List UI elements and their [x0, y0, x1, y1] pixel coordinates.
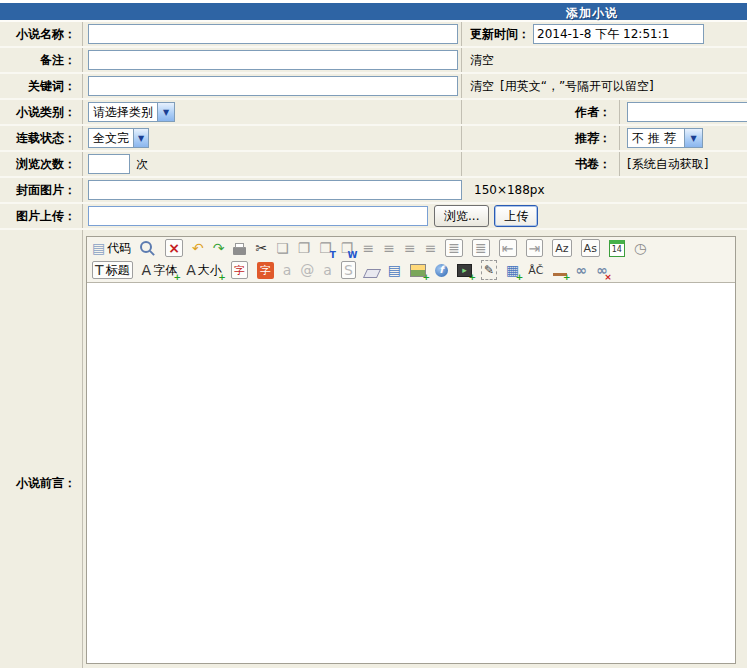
sort-az-icon[interactable]: Az: [552, 239, 571, 257]
overlay-glyph: +: [422, 273, 430, 282]
unlink-icon[interactable]: ∞×: [596, 261, 608, 279]
undo-icon[interactable]: ↶: [192, 239, 204, 257]
serial-status-select[interactable]: 全文完 ▼: [88, 128, 149, 148]
remark-clear-link[interactable]: 清空: [470, 52, 494, 69]
fullscreen-icon[interactable]: ×: [165, 239, 183, 257]
source-code-icon[interactable]: ▤代码: [92, 239, 131, 257]
remark-input[interactable]: [88, 50, 458, 70]
views-suffix: 次: [136, 156, 148, 173]
overlay-glyph: +: [563, 273, 571, 282]
category-cell: 请选择类别 ▼: [83, 100, 461, 124]
author-label: 作者：: [575, 104, 611, 121]
icon-glyph: ⇥: [529, 241, 541, 255]
strikethrough-icon[interactable]: S: [341, 261, 356, 279]
preface-label: 小说前言：: [16, 475, 76, 492]
row-novel-name: 小说名称： 更新时间：: [0, 22, 747, 48]
paste-icon[interactable]: ❐: [298, 239, 311, 257]
update-time-input[interactable]: [533, 24, 704, 44]
novel-name-label-cell: 小说名称：: [0, 22, 83, 46]
icon-glyph: ×: [168, 241, 180, 255]
redo-icon[interactable]: ↷: [213, 239, 225, 257]
author-cell: [619, 100, 747, 124]
edit-area-icon[interactable]: ✎: [481, 260, 497, 280]
icon-glyph: A: [142, 263, 152, 277]
upload-button[interactable]: 上传: [494, 205, 538, 227]
cut-icon[interactable]: ✂: [255, 239, 267, 257]
overlay-glyph: T: [330, 251, 336, 260]
copy-icon[interactable]: ❏: [276, 239, 289, 257]
upload-file-input[interactable]: [88, 206, 428, 226]
icon-glyph: Az: [555, 243, 568, 254]
insert-flash-icon[interactable]: f: [435, 261, 448, 279]
editor-content[interactable]: [87, 282, 735, 663]
icon-glyph: 字: [234, 265, 245, 276]
paste-text-icon[interactable]: ❐T: [319, 239, 332, 257]
upload-label: 图片上传：: [16, 208, 76, 225]
font-family-icon[interactable]: A+字体: [142, 261, 178, 279]
icon-glyph: ❏: [276, 241, 289, 255]
icon-glyph: ≡: [404, 241, 416, 255]
toolbar-item-label: 标题: [106, 262, 130, 279]
cover-label-cell: 封面图片：: [0, 178, 83, 202]
cover-input[interactable]: [88, 180, 462, 200]
preview-icon[interactable]: [140, 239, 156, 257]
align-center-icon[interactable]: ≡: [383, 239, 395, 257]
align-right-icon[interactable]: ≡: [404, 239, 416, 257]
paste-word-icon[interactable]: ❐W: [341, 239, 354, 257]
icon-glyph: 字: [260, 265, 271, 276]
ordered-list-icon[interactable]: ≣: [445, 239, 463, 257]
dropdown-arrow-icon[interactable]: ▼: [684, 129, 702, 147]
novel-name-cell: [83, 22, 461, 46]
unordered-list-icon[interactable]: ≣: [472, 239, 490, 257]
font-size-icon[interactable]: A+大小: [186, 261, 222, 279]
dropdown-arrow-icon[interactable]: ▼: [157, 103, 174, 121]
background-color-icon[interactable]: 字: [257, 262, 274, 279]
keywords-input[interactable]: [88, 76, 458, 96]
browse-button[interactable]: 浏览...: [434, 205, 489, 227]
indent-icon[interactable]: ⇥: [526, 239, 544, 257]
clock-icon[interactable]: ◷: [634, 239, 646, 257]
align-left-icon[interactable]: ≡: [362, 239, 374, 257]
horizontal-rule-icon[interactable]: +: [553, 261, 567, 279]
remark-label: 备注：: [40, 52, 76, 69]
cover-size-hint: 150×188px: [474, 183, 545, 197]
keywords-clear-link[interactable]: 清空: [470, 78, 494, 95]
insert-table-icon[interactable]: ▦+: [506, 261, 519, 279]
page-title: 添加小说: [566, 5, 618, 22]
preface-label-cell: 小说前言：: [0, 230, 83, 668]
email-link-icon[interactable]: @: [300, 261, 314, 279]
anchor-icon[interactable]: a: [283, 261, 292, 279]
heading-icon[interactable]: T标题: [92, 261, 133, 279]
icon-glyph: ▤: [92, 241, 105, 255]
icon-glyph: ÅČ: [528, 265, 543, 276]
outdent-icon[interactable]: ⇤: [499, 239, 517, 257]
special-char-icon[interactable]: ÅČ: [528, 261, 543, 279]
icon-glyph: ≡: [425, 241, 437, 255]
row-upload: 图片上传： 浏览... 上传: [0, 204, 747, 230]
icon-glyph: As: [584, 243, 597, 254]
recommend-select[interactable]: 不 推 荐 ▼: [627, 128, 703, 148]
update-time-label: 更新时间：: [470, 26, 530, 43]
eraser-icon[interactable]: [365, 261, 379, 279]
print-icon[interactable]: [233, 239, 246, 257]
category-select[interactable]: 请选择类别 ▼: [88, 102, 175, 122]
insert-image-icon[interactable]: +: [410, 261, 426, 279]
row-cover: 封面图片： 150×188px: [0, 178, 747, 204]
calendar-icon[interactable]: 14: [609, 239, 625, 257]
views-label-cell: 浏览次数：: [0, 152, 83, 176]
author-input[interactable]: [627, 102, 747, 122]
justify-icon[interactable]: ≡: [425, 239, 437, 257]
icon-glyph: a: [323, 263, 332, 277]
drop-cap-icon[interactable]: a: [323, 261, 332, 279]
volume-value: [系统自动获取]: [627, 156, 708, 173]
dropdown-arrow-icon[interactable]: ▼: [133, 129, 148, 147]
novel-name-input[interactable]: [88, 24, 458, 44]
link-icon[interactable]: ∞: [576, 261, 588, 279]
sort-za-icon[interactable]: As: [581, 239, 600, 257]
blockquote-icon[interactable]: ▤: [388, 261, 401, 279]
serial-status-cell: 全文完 ▼: [83, 126, 461, 150]
insert-media-icon[interactable]: ▸+: [457, 261, 472, 279]
font-color-icon[interactable]: 字: [231, 261, 248, 279]
views-input[interactable]: [88, 154, 130, 174]
page-header-bar: 添加小说: [0, 3, 747, 22]
